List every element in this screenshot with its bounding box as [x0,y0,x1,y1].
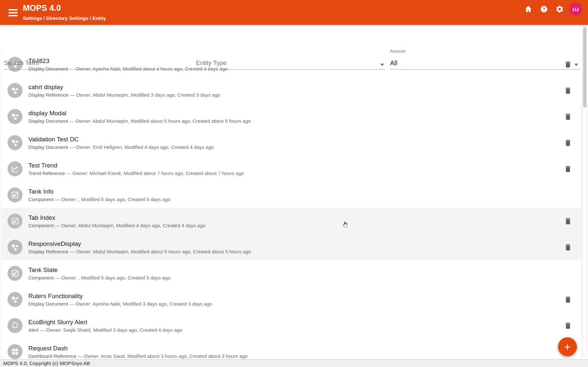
delete-button[interactable] [561,293,574,306]
chevron-down-icon[interactable] [380,64,384,66]
account-value[interactable]: All [390,59,397,67]
delete-button[interactable] [561,215,574,228]
add-entity-button[interactable]: + [558,337,577,356]
item-title: Tab Index [28,214,581,221]
dashboard-icon [8,344,23,359]
delete-button[interactable] [561,319,574,332]
list-item[interactable]: display Modal Display Document — Owner: … [1,104,581,130]
display-icon [8,109,23,124]
title-block: MOPS 4.0 Settings / Directory Settings /… [23,3,106,21]
app-title: MOPS 4.0 [23,3,106,13]
item-title: Tank Info [28,188,581,195]
menu-icon[interactable] [8,9,18,16]
list-item[interactable]: Tab Index Component — Owner: Abdul Munta… [1,208,581,234]
item-title: Request Dash [28,344,581,352]
list-item[interactable]: cahrt display Display Reference — Owner:… [1,77,581,104]
account-select[interactable]: Account All [390,56,580,70]
component-icon [8,266,23,281]
chevron-down-icon[interactable] [574,64,578,66]
filter-bar: Account All [0,25,588,52]
entity-type-input[interactable] [196,59,385,67]
account-label: Account [390,49,405,54]
scrollbar-thumb[interactable] [583,27,586,107]
item-subtitle: Component — Owner: Abdul Muntaqim, Modif… [28,223,581,229]
component-icon [8,187,23,202]
list-item[interactable]: Test Trend Trend Reference — Owner: Mich… [1,156,581,182]
item-subtitle: Alert — Owner: Saqib Shakil, Modified 3 … [28,327,581,333]
item-title: cahrt display [28,83,581,91]
user-avatar[interactable]: UJ [569,3,582,16]
list-item[interactable]: Tank Info Component — Owner: , Modified … [1,182,581,208]
item-title: Validation Test DC [28,136,581,143]
app-bar: MOPS 4.0 Settings / Directory Settings /… [0,0,588,25]
item-title: display Modal [28,109,581,117]
entity-list: T64823 Display Document — Owner: Ayesha … [1,51,582,359]
item-subtitle: Display Document — Owner: Ayesha Nabi, M… [28,301,581,307]
item-subtitle: Trend Reference — Owner: Michael Estvik,… [28,170,581,176]
scrollbar[interactable] [582,26,587,357]
display-icon [8,83,23,98]
search-term-field[interactable] [4,56,192,70]
trend-icon [8,161,23,176]
footer-copyright: MOPS 4.0, Copyright (c) MOPSsys AB [0,359,588,367]
item-subtitle: Dashboard Reference — Owner: Anas Saud, … [28,353,581,359]
delete-button[interactable] [561,136,574,149]
help-icon[interactable]: ? [538,3,550,15]
gear-icon[interactable] [553,3,566,15]
item-subtitle: Component — Owner: , Modified 5 days ago… [28,197,581,202]
entity-type-select[interactable] [196,56,385,70]
item-subtitle: Display Document — Owner: Abdul Muntaqim… [28,118,581,124]
item-title: Test Trend [28,162,581,169]
search-input[interactable] [4,59,192,67]
display-icon [8,135,23,150]
alert-icon [8,318,23,333]
list-item[interactable]: EcoBright Slurry Alert Alert — Owner: Sa… [1,312,581,339]
item-title: Tank State [28,266,581,274]
delete-button[interactable] [561,162,574,175]
delete-button[interactable] [561,84,574,97]
item-subtitle: Display Document — Owner: Emil Hellgren,… [28,144,581,150]
list-item[interactable]: Validation Test DC Display Document — Ow… [1,130,581,156]
item-title: ResponsiveDisplay [28,240,581,247]
display-icon [8,292,23,307]
item-subtitle: Display Reference — Owner: Abdul Muntaqi… [28,249,581,255]
appbar-actions: ? UJ [522,3,582,16]
item-title: EcoBright Slurry Alert [28,318,581,326]
list-item[interactable]: Tank State Component — Owner: , Modified… [1,260,581,286]
component-icon [8,214,23,229]
svg-text:?: ? [543,7,546,12]
item-subtitle: Component — Owner: , Modified 5 days ago… [28,275,581,281]
item-subtitle: Display Reference — Owner: Abdul Muntaqi… [28,92,581,98]
delete-button[interactable] [561,110,574,123]
list-item[interactable]: Rulers Functionality Display Document — … [1,286,581,312]
delete-button[interactable] [561,241,574,254]
plus-icon: + [564,341,571,353]
display-icon [8,240,23,255]
item-title: Rulers Functionality [28,292,581,300]
list-item[interactable]: ResponsiveDisplay Display Reference — Ow… [1,234,581,260]
breadcrumb: Settings / Directory Settings / Entity [23,15,106,21]
home-icon[interactable] [522,3,535,15]
list-item[interactable]: Request Dash Dashboard Reference — Owner… [1,339,581,359]
